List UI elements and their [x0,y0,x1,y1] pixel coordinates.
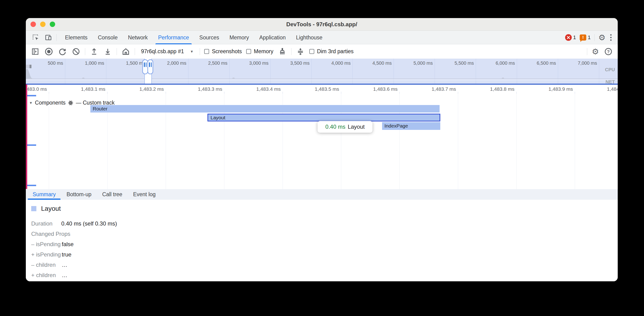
tab-call-tree[interactable]: Call tree [97,189,128,200]
duration-label: Duration [31,220,61,227]
prop-key: – children [31,262,62,268]
net-strip-divider [26,80,618,80]
capture-settings-gear-icon[interactable]: ⚙ [592,48,599,55]
prop-key: + children [31,272,62,279]
track-name: Components [35,100,66,106]
tab-summary[interactable]: Summary [27,189,61,200]
summary-panel: Layout Duration 0.40 ms (self 0.30 ms) C… [26,200,618,281]
ruler-tick: 1,483.9 ms [523,86,573,92]
toolbar-divider [291,48,292,55]
desktop-background: DevTools - 97r6ql.csb.app/ Elements Cons… [0,0,644,316]
tooltip-duration: 0.40 ms [325,124,345,130]
prop-value: … [62,262,67,268]
devtools-window: DevTools - 97r6ql.csb.app/ Elements Cons… [26,18,618,281]
dim-3rd-parties-label: Dim 3rd parties [317,48,354,55]
ruler-tick: 1,483.1 ms [56,86,106,92]
target-selector-dropdown[interactable]: 97r6ql.csb.app #1 ▼ [139,48,196,55]
tooltip-label: Layout [348,124,365,130]
flame-chart[interactable]: ▼ Components — Custom track Router Layou… [26,94,618,189]
tab-performance[interactable]: Performance [153,31,194,44]
tab-network[interactable]: Network [123,31,153,44]
performance-toolbar: 97r6ql.csb.app #1 ▼ Screenshots Memory [26,44,618,59]
ruler-tick: 1,483.5 ms [290,86,339,92]
tab-bottom-up[interactable]: Bottom-up [61,189,97,200]
help-icon[interactable]: ? [604,47,613,56]
error-badge[interactable]: 1 [565,34,576,41]
settings-gear-icon[interactable]: ⚙ [598,33,606,41]
error-count: 1 [573,34,576,40]
cpu-activity-bump [232,78,235,78]
summary-title-row: Layout [31,205,618,212]
net-track-label: NET [606,79,615,84]
tabbar-left-icons [26,33,60,42]
device-toolbar-icon[interactable] [44,33,53,42]
ruler-tick: 1,483.2 ms [114,86,164,92]
collect-garbage-icon[interactable] [278,47,287,56]
ruler-tick: 1,483.7 ms [406,86,456,92]
warning-count: 1 [588,34,590,40]
tab-elements[interactable]: Elements [60,31,93,44]
dim-3rd-parties-checkbox[interactable]: Dim 3rd parties [309,48,354,55]
ruler-tick: 1,483.0 ms [26,86,47,92]
timeline-overview[interactable]: 500 ms 1,000 ms 1,500 ms 2,000 ms 2,500 … [26,59,618,84]
overview-tick: 7,000 ms [547,60,597,66]
prop-value: … [62,272,67,279]
error-icon [565,34,572,41]
warning-badge[interactable]: ! 1 [580,34,590,40]
record-icon[interactable] [44,47,54,56]
memory-checkbox[interactable]: Memory [246,48,274,55]
prop-value: true [62,251,71,258]
toggle-sidebar-icon[interactable] [30,47,40,56]
target-selector-value: 97r6ql.csb.app #1 [141,48,184,55]
summary-event-name: Layout [41,205,61,212]
devtools-tabs: Elements Console Network Performance Sou… [60,31,328,44]
tab-memory[interactable]: Memory [224,31,254,44]
cpu-activity-bump [82,78,84,78]
ruler-tick: 1,483.6 ms [348,86,398,92]
more-options-icon[interactable] [609,33,612,42]
prop-row: – children … [31,260,618,270]
ruler-tick: 1,483.4 ms [231,86,281,92]
toolbar-divider [200,48,200,55]
track-scroll-indicator [26,185,36,186]
flame-span-layout[interactable]: Layout [208,114,440,121]
memory-label: Memory [254,48,274,55]
tab-console[interactable]: Console [93,31,123,44]
upload-profile-icon[interactable] [90,47,99,56]
checkbox-box [246,49,251,54]
tabbar-divider [56,34,56,41]
svg-text:?: ? [607,49,610,54]
detail-time-ruler: 1,483.0 ms 1,483.1 ms 1,483.2 ms 1,483.3… [26,85,618,94]
toolbar-divider [117,48,117,55]
summary-changed-props-row: Changed Props [31,229,618,239]
reload-record-icon[interactable] [58,47,67,56]
range-right-handle[interactable] [148,59,153,74]
changed-props-label: Changed Props [31,231,70,237]
prop-value: false [62,241,74,248]
prop-row: + isPending true [31,249,618,260]
tabbar-right: 1 ! 1 ⚙ [565,33,618,42]
tab-lighthouse[interactable]: Lighthouse [291,31,328,44]
window-title: DevTools - 97r6ql.csb.app/ [26,18,618,31]
prop-row: + children … [31,270,618,280]
window-titlebar: DevTools - 97r6ql.csb.app/ [26,18,618,31]
tab-event-log[interactable]: Event log [128,189,161,200]
screenshots-label: Screenshots [212,48,242,55]
flame-span-router[interactable]: Router [90,105,440,112]
prop-key: – isPending [31,241,62,248]
ruler-tick: 1,484.0 ms [582,86,618,92]
collapse-triangle-icon[interactable]: ▼ [29,101,32,105]
issues-icon: ! [580,34,586,40]
inspect-element-icon[interactable] [31,33,40,42]
tab-application[interactable]: Application [254,31,291,44]
tab-sources[interactable]: Sources [194,31,224,44]
cpu-track-label: CPU [605,67,615,72]
download-profile-icon[interactable] [103,47,112,56]
home-icon[interactable] [121,47,130,56]
collapse-tracks-icon[interactable] [296,47,305,56]
flame-span-indexpage[interactable]: IndexPage [382,122,440,130]
track-scroll-indicator [26,144,36,146]
cpu-baseline [26,78,618,79]
clear-icon[interactable] [71,47,81,56]
screenshots-checkbox[interactable]: Screenshots [204,48,242,55]
